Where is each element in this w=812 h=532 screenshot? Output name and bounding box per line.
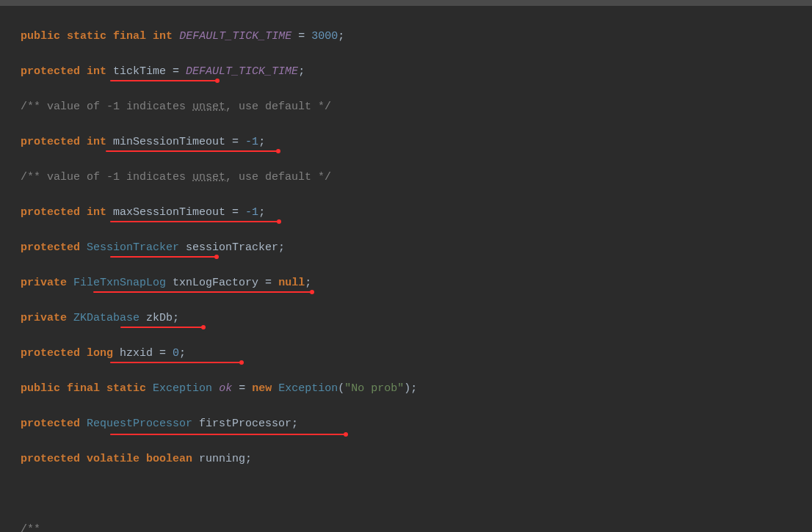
inspection-underline (110, 434, 345, 435)
comment: /** value of -1 indicates unset, use def… (21, 101, 331, 113)
comment: /** value of -1 indicates unset, use def… (21, 171, 331, 183)
code-line[interactable]: private ZKDatabase zkDb; (21, 310, 812, 327)
code-line[interactable]: protected int maxSessionTimeout = -1; (21, 204, 812, 222)
editor-top-gutter (0, 0, 812, 6)
inspection-underline (93, 291, 311, 293)
code-line[interactable]: private FileTxnSnapLog txnLogFactory = n… (21, 274, 812, 292)
code-editor[interactable]: public static final int DEFAULT_TICK_TIM… (0, 6, 812, 532)
code-line[interactable]: protected volatile boolean running; (21, 451, 812, 468)
code-line[interactable]: /** value of -1 indicates unset, use def… (21, 98, 812, 116)
inspection-marker-icon (310, 290, 314, 294)
inspection-underline (110, 362, 241, 363)
code-line[interactable]: public final static Exception ok = new E… (21, 380, 812, 398)
inspection-marker-icon (201, 325, 206, 329)
inspection-underline (120, 327, 203, 328)
code-line[interactable]: /** (21, 521, 812, 532)
blank-line (21, 486, 812, 503)
inspection-underline (110, 256, 216, 258)
code-line[interactable]: protected RequestProcessor firstProcesso… (21, 415, 812, 433)
inspection-underline (110, 221, 278, 222)
inspection-marker-icon (239, 360, 244, 365)
code-line[interactable]: protected int minSessionTimeout = -1; (21, 134, 812, 151)
inspection-marker-icon (214, 255, 219, 259)
code-line[interactable]: /** value of -1 indicates unset, use def… (21, 169, 812, 186)
inspection-underline (106, 150, 278, 152)
code-line[interactable]: protected long hzxid = 0; (21, 345, 812, 362)
code-line[interactable]: protected SessionTracker sessionTracker; (21, 239, 812, 257)
code-line[interactable]: protected int tickTime = DEFAULT_TICK_TI… (21, 63, 812, 81)
code-line[interactable]: public static final int DEFAULT_TICK_TIM… (21, 28, 812, 45)
inspection-marker-icon (277, 219, 281, 224)
inspection-marker-icon (344, 432, 348, 437)
inspection-marker-icon (276, 149, 280, 153)
inspection-marker-icon (215, 79, 220, 83)
inspection-underline (110, 80, 217, 81)
